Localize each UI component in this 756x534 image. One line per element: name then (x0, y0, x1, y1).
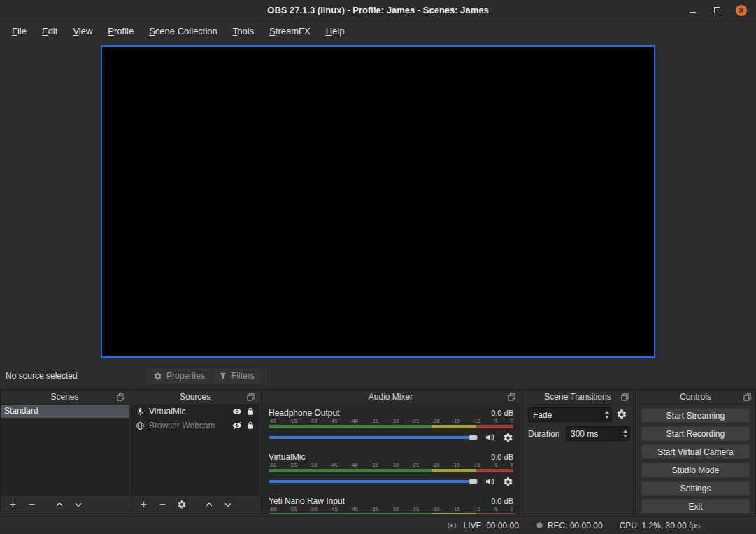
tick-label: -45 (329, 419, 337, 424)
tick-label: -10 (473, 463, 480, 468)
window-title: OBS 27.1.3 (linux) - Profile: James - Sc… (267, 5, 488, 15)
transitions-popout-button[interactable] (620, 393, 629, 402)
chevron-up-icon (204, 500, 214, 510)
transitions-body: Fade Duration 300 ms (522, 405, 633, 514)
start-recording-button[interactable]: Start Recording (641, 426, 750, 441)
move-scene-up-button[interactable] (50, 497, 69, 512)
audio-mixer-dock-header: Audio Mixer (262, 390, 520, 405)
lock-icon[interactable] (246, 421, 255, 430)
tick-label: -45 (329, 507, 337, 512)
tick-label: -25 (411, 507, 419, 512)
add-source-button[interactable]: + (134, 497, 153, 512)
meter-scale: -60-55-50-45-40-35-30-25-20-15-10-50 (269, 419, 513, 424)
volume-meter (269, 513, 513, 514)
menu-edit[interactable]: Edit (34, 22, 65, 40)
chevron-up-icon (55, 500, 64, 510)
tick-label: 0 (510, 507, 513, 512)
audio-mixer-dock: Audio Mixer Headphone Output 0.0 dB -60-… (261, 389, 520, 514)
move-scene-down-button[interactable] (69, 497, 87, 512)
visibility-eye-icon[interactable] (232, 407, 242, 416)
source-item-virtualmic[interactable]: VirtualMic (131, 405, 259, 419)
tick-label: -40 (350, 463, 358, 468)
move-source-up-button[interactable] (199, 497, 218, 512)
menu-profile[interactable]: Profile (100, 22, 141, 40)
tick-label: -55 (289, 507, 297, 512)
transitions-dock-title: Scene Transitions (544, 392, 611, 402)
speaker-mute-button[interactable] (485, 476, 496, 487)
start-virtual-camera-button[interactable]: Start Virtual Camera (641, 444, 750, 459)
transition-settings-button[interactable] (616, 409, 627, 420)
duration-spinbox[interactable]: 300 ms (566, 426, 630, 441)
sources-popout-button[interactable] (246, 393, 255, 402)
settings-button[interactable]: Settings (641, 481, 750, 496)
controls-popout-button[interactable] (743, 393, 752, 402)
start-streaming-button[interactable]: Start Streaming (641, 408, 750, 423)
source-properties-button[interactable] (172, 497, 191, 512)
mixer-popout-button[interactable] (507, 393, 516, 402)
meter-scale: -60-55-50-45-40-35-30-25-20-15-10-50 (269, 463, 513, 468)
tick-label: -30 (391, 419, 399, 424)
popout-icon (247, 393, 255, 401)
menu-file[interactable]: File (4, 22, 34, 40)
volume-slider[interactable] (269, 477, 478, 486)
globe-icon (136, 421, 145, 430)
volume-slider[interactable] (269, 433, 478, 442)
maximize-button[interactable] (711, 4, 723, 17)
channel-settings-button[interactable] (503, 477, 513, 487)
maximize-icon (714, 7, 720, 13)
duration-value: 300 ms (566, 429, 620, 439)
volume-handle[interactable] (469, 479, 478, 484)
channel-name: Headphone Output (269, 408, 339, 418)
window-controls: × (686, 0, 748, 20)
duration-spinner[interactable] (620, 427, 629, 440)
sources-toolbar: + − (131, 495, 259, 514)
preview-canvas[interactable] (101, 45, 655, 358)
menu-scene-collection[interactable]: Scene Collection (141, 22, 225, 40)
sources-list[interactable]: VirtualMic Browser Webcam (131, 405, 259, 495)
tick-label: -55 (289, 463, 297, 468)
controls-dock-title: Controls (680, 392, 711, 402)
cpu-status: CPU: 1.2%, 30.00 fps (620, 521, 700, 531)
menu-view[interactable]: View (65, 22, 100, 40)
filters-button[interactable]: Filters (211, 367, 262, 384)
volume-handle[interactable] (469, 435, 478, 440)
move-source-down-button[interactable] (218, 497, 237, 512)
menu-tools[interactable]: Tools (225, 22, 262, 40)
minimize-button[interactable] (686, 4, 699, 17)
speaker-mute-button[interactable] (485, 432, 496, 443)
channel-settings-button[interactable] (503, 433, 513, 443)
lock-icon[interactable] (246, 407, 255, 416)
visibility-eye-off-icon[interactable] (232, 421, 242, 430)
gear-icon (153, 372, 162, 381)
add-scene-button[interactable]: + (3, 497, 22, 512)
tick-label: -20 (432, 419, 439, 424)
remove-scene-button[interactable]: − (22, 497, 41, 512)
tick-label: -50 (309, 507, 317, 512)
transition-select[interactable]: Fade (528, 407, 612, 422)
mixer-channel-yeti-nano: Yeti Nano Raw Input 0.0 dB -60-55-50-45-… (269, 493, 513, 514)
remove-source-button[interactable]: − (153, 497, 172, 512)
sources-dock: Sources VirtualMic (131, 389, 259, 514)
menu-streamfx[interactable]: StreamFX (262, 22, 318, 40)
studio-mode-button[interactable]: Studio Mode (641, 463, 750, 477)
scene-item-standard[interactable]: Standard (1, 405, 129, 418)
close-button[interactable]: × (735, 4, 748, 17)
live-time: LIVE: 00:00:00 (463, 521, 518, 531)
audio-mixer-dock-title: Audio Mixer (369, 392, 413, 402)
scenes-list[interactable]: Standard (1, 405, 129, 495)
properties-button[interactable]: Properties (145, 367, 213, 384)
transition-selected-value: Fade (529, 410, 601, 420)
filter-icon (219, 372, 227, 380)
scene-transitions-dock: Scene Transitions Fade Duration 300 ms (522, 389, 634, 514)
popout-icon (621, 393, 629, 401)
volume-meter (269, 469, 513, 472)
combo-spinner[interactable] (601, 408, 611, 421)
menu-help[interactable]: Help (318, 22, 352, 40)
exit-button[interactable]: Exit (641, 499, 750, 514)
scenes-popout-button[interactable] (116, 393, 125, 402)
chevron-down-icon (223, 500, 233, 510)
source-item-browser-webcam[interactable]: Browser Webcam (131, 419, 259, 433)
speaker-icon (485, 476, 496, 487)
titlebar: OBS 27.1.3 (linux) - Profile: James - Sc… (0, 0, 756, 21)
tick-label: -40 (350, 507, 358, 512)
